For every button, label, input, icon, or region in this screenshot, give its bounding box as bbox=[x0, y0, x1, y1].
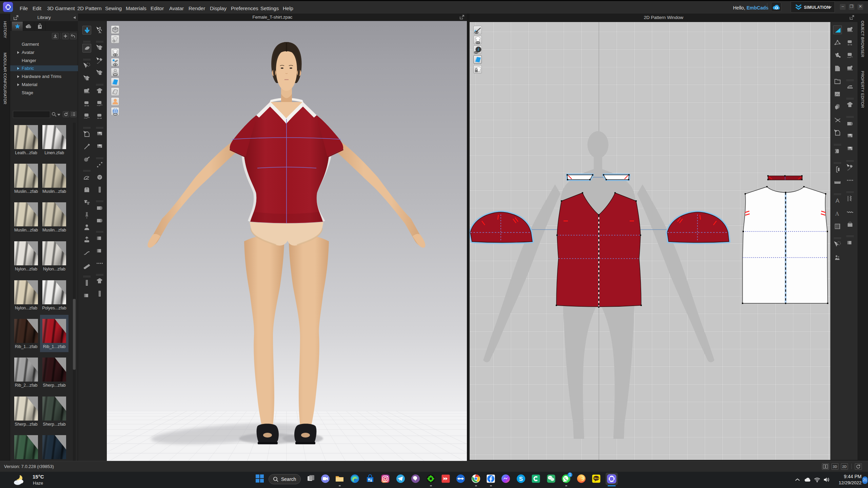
svg-text:2D: 2D bbox=[842, 465, 847, 469]
svg-text:3D: 3D bbox=[833, 465, 837, 469]
svg-text:S: S bbox=[519, 476, 523, 482]
svg-text:A: A bbox=[835, 211, 839, 217]
svg-text:TALK: TALK bbox=[593, 477, 599, 480]
svg-text:A: A bbox=[835, 198, 840, 204]
